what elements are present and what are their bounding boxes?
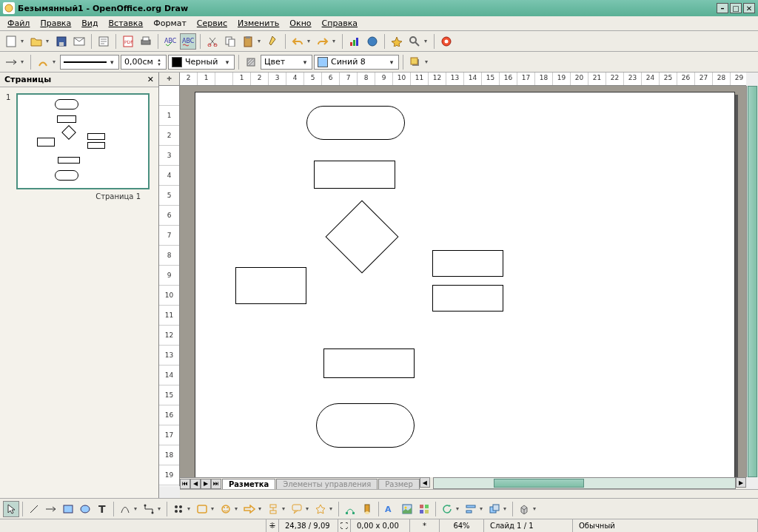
tab-nav-last[interactable]: ⏭ bbox=[211, 479, 221, 489]
rectangle-tool[interactable] bbox=[60, 501, 76, 517]
status-mode[interactable]: Обычный bbox=[573, 519, 758, 532]
shape-rounded-rect[interactable] bbox=[306, 106, 405, 140]
shape-rectangle[interactable] bbox=[432, 250, 503, 277]
dropdown-arrow-icon[interactable]: ▾ bbox=[187, 505, 193, 512]
curve-tool[interactable] bbox=[117, 501, 133, 517]
menu-format[interactable]: Формат bbox=[149, 17, 191, 30]
dropdown-arrow-icon[interactable]: ▾ bbox=[258, 38, 264, 44]
help-button[interactable] bbox=[438, 33, 455, 50]
dropdown-arrow-icon[interactable]: ▾ bbox=[456, 505, 462, 512]
horizontal-scrollbar[interactable] bbox=[433, 477, 736, 489]
fontwork-tool[interactable]: A bbox=[382, 501, 398, 517]
from-file-tool[interactable] bbox=[399, 501, 415, 517]
area-properties-button[interactable] bbox=[243, 54, 259, 70]
menu-view[interactable]: Вид bbox=[77, 17, 102, 30]
edit-file-button[interactable] bbox=[95, 33, 112, 50]
copy-button[interactable] bbox=[222, 33, 238, 50]
dropdown-arrow-icon[interactable]: ▾ bbox=[480, 505, 486, 512]
menu-modify[interactable]: Изменить bbox=[233, 17, 284, 30]
rotate-tool[interactable] bbox=[439, 501, 455, 517]
zoom-button[interactable] bbox=[406, 33, 423, 50]
tab-nav-next[interactable]: ▶ bbox=[201, 479, 211, 489]
extrusion-tool[interactable] bbox=[516, 501, 532, 517]
tab-layout[interactable]: Разметка bbox=[222, 479, 275, 489]
basic-shapes-rect-tool[interactable] bbox=[194, 501, 210, 517]
tab-dimensions[interactable]: Размер bbox=[378, 479, 420, 489]
alignment-tool[interactable] bbox=[463, 501, 479, 517]
shape-rectangle[interactable] bbox=[235, 267, 306, 304]
gallery-tool[interactable] bbox=[416, 501, 432, 517]
flowchart-tool[interactable] bbox=[265, 501, 281, 517]
text-tool[interactable]: T bbox=[94, 501, 110, 517]
glue-points-tool[interactable] bbox=[359, 501, 375, 517]
export-pdf-button[interactable]: PDF bbox=[120, 33, 136, 50]
menu-help[interactable]: Справка bbox=[318, 17, 362, 30]
toolbar-options-icon[interactable]: ▾ bbox=[533, 505, 539, 512]
tab-nav-first[interactable]: ⏮ bbox=[180, 479, 190, 489]
spellcheck-button[interactable]: ABC bbox=[162, 33, 178, 50]
navigator-button[interactable] bbox=[389, 33, 405, 50]
arrow-line-tool[interactable] bbox=[43, 501, 59, 517]
vertical-ruler[interactable]: 1234567891011121314151617181920 bbox=[159, 86, 180, 486]
line-properties-button[interactable] bbox=[35, 54, 51, 70]
minimize-button[interactable]: – bbox=[717, 3, 728, 13]
line-width-combo[interactable]: 0,00см ▴▾ bbox=[121, 55, 167, 70]
hscroll-right-button[interactable]: ▶ bbox=[736, 477, 746, 488]
toolbar-options-icon[interactable]: ▾ bbox=[425, 58, 431, 65]
slide-thumbnail[interactable] bbox=[16, 93, 150, 189]
select-tool[interactable] bbox=[3, 501, 19, 517]
menu-file[interactable]: Файл bbox=[3, 17, 34, 30]
status-zoom[interactable]: 64% bbox=[440, 519, 484, 532]
dropdown-arrow-icon[interactable]: ▾ bbox=[21, 38, 27, 44]
menu-insert[interactable]: Вставка bbox=[104, 17, 148, 30]
fill-color-combo[interactable]: Синий 8 ▾ bbox=[314, 55, 399, 70]
chart-button[interactable] bbox=[346, 33, 363, 50]
line-style-combo[interactable]: ▾ bbox=[60, 55, 119, 70]
arrow-style-button[interactable] bbox=[3, 54, 19, 70]
dropdown-arrow-icon[interactable]: ▾ bbox=[307, 38, 313, 44]
hyperlink-button[interactable] bbox=[364, 33, 380, 50]
arrange-tool[interactable] bbox=[486, 501, 503, 517]
shape-rectangle[interactable] bbox=[314, 161, 395, 189]
dropdown-arrow-icon[interactable]: ▾ bbox=[282, 505, 288, 512]
close-button[interactable]: ✕ bbox=[743, 3, 755, 13]
dropdown-arrow-icon[interactable]: ▾ bbox=[158, 505, 164, 512]
dropdown-arrow-icon[interactable]: ▾ bbox=[53, 58, 58, 65]
fill-mode-combo[interactable]: Цвет ▾ bbox=[261, 55, 312, 70]
dropdown-arrow-icon[interactable]: ▾ bbox=[332, 38, 338, 44]
line-color-combo[interactable]: Черный ▾ bbox=[168, 55, 235, 70]
menu-tools[interactable]: Сервис bbox=[192, 17, 232, 30]
autospellcheck-button[interactable]: ABC bbox=[180, 33, 196, 50]
redo-button[interactable] bbox=[315, 33, 331, 50]
line-tool[interactable] bbox=[26, 501, 42, 517]
block-arrows-tool[interactable] bbox=[241, 501, 258, 517]
maximize-button[interactable]: □ bbox=[730, 3, 742, 13]
tab-nav-prev[interactable]: ◀ bbox=[190, 479, 201, 489]
dropdown-arrow-icon[interactable]: ▾ bbox=[306, 505, 312, 512]
paste-button[interactable] bbox=[240, 33, 256, 50]
dropdown-arrow-icon[interactable]: ▾ bbox=[258, 505, 264, 512]
shape-diamond[interactable] bbox=[336, 211, 388, 263]
connector-tool[interactable] bbox=[141, 501, 157, 517]
edit-points-tool[interactable] bbox=[342, 501, 358, 517]
dropdown-arrow-icon[interactable]: ▾ bbox=[211, 505, 217, 512]
open-button[interactable] bbox=[28, 33, 44, 50]
stars-tool[interactable] bbox=[312, 501, 329, 517]
cut-button[interactable] bbox=[204, 33, 221, 50]
canvas-viewport[interactable] bbox=[180, 86, 746, 477]
undo-button[interactable] bbox=[289, 33, 306, 50]
dropdown-arrow-icon[interactable]: ▾ bbox=[235, 505, 241, 512]
save-button[interactable] bbox=[53, 33, 70, 50]
basic-shapes-tool[interactable] bbox=[170, 501, 187, 517]
dropdown-arrow-icon[interactable]: ▾ bbox=[134, 505, 140, 512]
tab-controls[interactable]: Элементы управления bbox=[276, 479, 378, 489]
hscroll-left-button[interactable]: ◀ bbox=[420, 477, 430, 488]
email-button[interactable] bbox=[71, 33, 87, 50]
format-paintbrush-button[interactable] bbox=[265, 33, 281, 50]
shadow-button[interactable] bbox=[407, 54, 423, 70]
new-doc-button[interactable] bbox=[3, 33, 19, 50]
vertical-scrollbar[interactable] bbox=[746, 86, 758, 477]
dropdown-arrow-icon[interactable]: ▾ bbox=[424, 38, 430, 44]
dropdown-arrow-icon[interactable]: ▾ bbox=[46, 38, 52, 44]
dropdown-arrow-icon[interactable]: ▾ bbox=[329, 505, 335, 512]
